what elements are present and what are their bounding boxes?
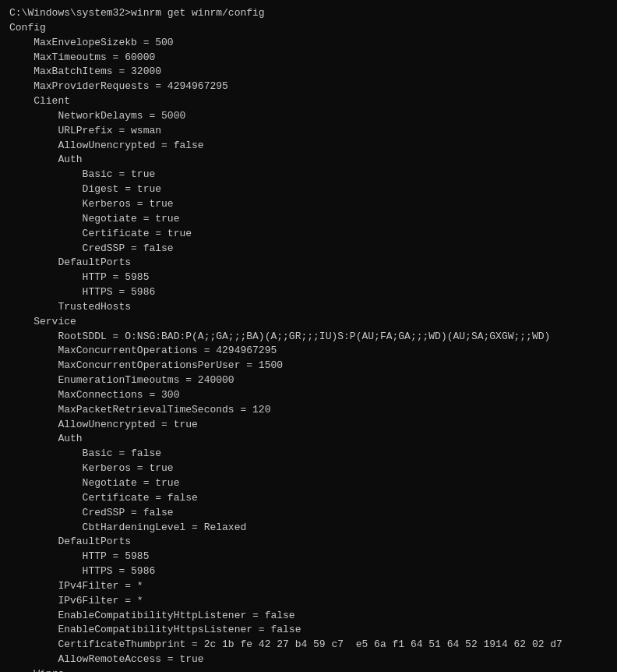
terminal-line: CredSSP = false [9, 242, 608, 256]
terminal-line: HTTPS = 5986 [9, 285, 608, 300]
terminal-line: AllowUnencrypted = true [9, 418, 608, 433]
terminal-line: MaxEnvelopeSizekb = 500 [9, 36, 608, 51]
terminal-line: HTTP = 5985 [9, 271, 608, 285]
terminal-line: Kerberos = true [9, 462, 608, 476]
terminal-line: EnumerationTimeoutms = 240000 [9, 373, 608, 388]
terminal-line: Config [9, 21, 608, 36]
terminal-line: Winrs [9, 667, 608, 672]
terminal-line: MaxPacketRetrievalTimeSeconds = 120 [9, 403, 608, 418]
terminal-line: MaxConnections = 300 [9, 388, 608, 403]
terminal-line: HTTPS = 5986 [9, 564, 608, 579]
terminal-line: Service [9, 315, 608, 330]
terminal-line: TrustedHosts [9, 300, 608, 315]
terminal-line: NetworkDelayms = 5000 [9, 109, 608, 124]
terminal-line: DefaultPorts [9, 535, 608, 550]
terminal-line: DefaultPorts [9, 256, 608, 271]
terminal-line: URLPrefix = wsman [9, 124, 608, 139]
terminal-line: Kerberos = true [9, 197, 608, 212]
terminal-line: CbtHardeningLevel = Relaxed [9, 521, 608, 536]
terminal-line: IPv6Filter = * [9, 594, 608, 609]
terminal-line: AllowRemoteAccess = true [9, 653, 608, 667]
terminal-line: MaxConcurrentOperationsPerUser = 1500 [9, 359, 608, 373]
terminal-line: Basic = false [9, 447, 608, 462]
terminal-line: MaxProviderRequests = 4294967295 [9, 80, 608, 94]
terminal-line: EnableCompatibilityHttpListener = false [9, 609, 608, 624]
terminal-line: MaxTimeoutms = 60000 [9, 51, 608, 65]
terminal-line: CredSSP = false [9, 506, 608, 521]
terminal-line: IPv4Filter = * [9, 579, 608, 594]
terminal-line: Client [9, 94, 608, 109]
terminal-line: Auth [9, 432, 608, 447]
terminal-line: HTTP = 5985 [9, 550, 608, 564]
terminal-line: EnableCompatibilityHttpsListener = false [9, 623, 608, 638]
terminal-line: Digest = true [9, 182, 608, 197]
terminal-line: AllowUnencrypted = false [9, 139, 608, 154]
terminal-line: Certificate = false [9, 491, 608, 506]
terminal-line: Basic = true [9, 168, 608, 182]
terminal-line: C:\Windows\system32>winrm get winrm/conf… [9, 6, 608, 21]
terminal-output: C:\Windows\system32>winrm get winrm/conf… [9, 6, 608, 672]
terminal-line: RootSDDL = O:NSG:BAD:P(A;;GA;;;BA)(A;;GR… [9, 330, 608, 345]
terminal-line: Negotiate = true [9, 476, 608, 491]
terminal-line: Certificate = true [9, 227, 608, 242]
terminal-line: Auth [9, 153, 608, 168]
terminal-line: Negotiate = true [9, 212, 608, 227]
terminal-line: MaxBatchItems = 32000 [9, 65, 608, 80]
terminal-line: CertificateThumbprint = 2c 1b fe 42 27 b… [9, 638, 608, 653]
terminal-line: MaxConcurrentOperations = 4294967295 [9, 344, 608, 359]
